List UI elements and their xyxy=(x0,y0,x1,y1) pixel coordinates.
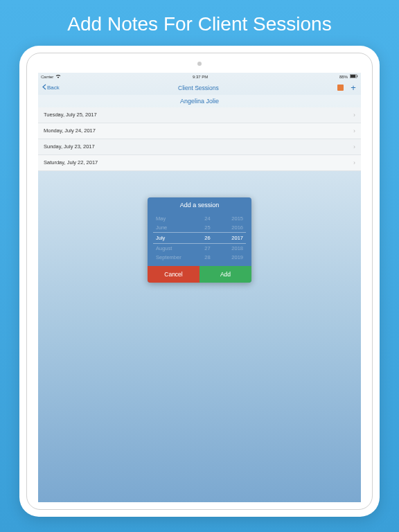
cancel-button[interactable]: Cancel xyxy=(148,266,200,283)
nav-bar: Back Client Sessions + xyxy=(38,81,361,95)
nav-title: Client Sessions xyxy=(178,85,219,91)
battery-label: 88% xyxy=(339,75,348,79)
tablet-bezel: Carrier 9:37 PM 88% xyxy=(26,53,373,510)
picker-row[interactable]: May 24 2015 xyxy=(153,214,246,223)
session-row[interactable]: Tuesday, July 25, 2017 › xyxy=(38,107,361,123)
svg-rect-2 xyxy=(357,76,357,77)
client-name: Angelina Jolie xyxy=(38,95,361,107)
add-confirm-button[interactable]: Add xyxy=(200,266,251,283)
modal-title: Add a session xyxy=(148,197,251,213)
chevron-right-icon: › xyxy=(353,112,355,118)
picker-row[interactable]: September 28 2019 xyxy=(153,253,246,262)
session-row[interactable]: Monday, July 24, 2017 › xyxy=(38,123,361,139)
picker-year: 2019 xyxy=(221,254,243,260)
picker-month: May xyxy=(156,215,194,222)
session-date: Monday, July 24, 2017 xyxy=(44,127,96,134)
picker-row[interactable]: August 27 2018 xyxy=(153,244,246,253)
app-screen: Carrier 9:37 PM 88% xyxy=(38,73,361,502)
battery-icon xyxy=(350,74,358,79)
tablet-frame: Carrier 9:37 PM 88% xyxy=(19,46,380,517)
promo-title: Add Notes For Client Sessions xyxy=(0,0,399,46)
contact-icon xyxy=(337,85,344,91)
picker-day: 26 xyxy=(200,235,216,241)
status-time: 9:37 PM xyxy=(193,75,208,79)
session-row[interactable]: Saturday, July 22, 2017 › xyxy=(38,155,361,171)
add-button[interactable]: + xyxy=(350,85,357,91)
picker-month: July xyxy=(156,235,194,241)
picker-year: 2017 xyxy=(221,235,243,241)
add-session-modal: Add a session May 24 2015 June 25 2016 J… xyxy=(148,197,251,283)
picker-row-selected[interactable]: July 26 2017 xyxy=(153,232,246,244)
carrier-label: Carrier xyxy=(41,75,53,79)
picker-day: 27 xyxy=(200,245,216,251)
wifi-icon xyxy=(55,74,61,79)
picker-row[interactable]: June 25 2016 xyxy=(153,223,246,232)
chevron-right-icon: › xyxy=(353,127,355,134)
session-date: Saturday, July 22, 2017 xyxy=(44,159,98,166)
svg-rect-1 xyxy=(351,75,356,78)
session-date: Sunday, July 23, 2017 xyxy=(44,143,95,150)
tablet-camera xyxy=(197,62,202,66)
chevron-right-icon: › xyxy=(353,159,355,166)
picker-day: 25 xyxy=(200,224,216,231)
picker-year: 2018 xyxy=(221,245,243,251)
contact-button[interactable] xyxy=(337,85,344,91)
status-left: Carrier xyxy=(41,74,61,79)
picker-year: 2015 xyxy=(221,215,243,222)
picker-day: 28 xyxy=(200,254,216,260)
session-list: Tuesday, July 25, 2017 › Monday, July 24… xyxy=(38,107,361,171)
picker-day: 24 xyxy=(200,215,216,222)
chevron-right-icon: › xyxy=(353,143,355,150)
session-date: Tuesday, July 25, 2017 xyxy=(44,112,97,118)
session-row[interactable]: Sunday, July 23, 2017 › xyxy=(38,139,361,155)
picker-month: August xyxy=(156,245,194,251)
back-button[interactable]: Back xyxy=(42,84,60,91)
chevron-left-icon xyxy=(42,84,46,91)
modal-buttons: Cancel Add xyxy=(148,266,251,283)
nav-actions: + xyxy=(337,85,357,91)
picker-month: September xyxy=(156,254,194,260)
picker-month: June xyxy=(156,224,194,231)
date-picker[interactable]: May 24 2015 June 25 2016 July 26 2017 xyxy=(148,213,251,266)
picker-year: 2016 xyxy=(221,224,243,231)
status-bar: Carrier 9:37 PM 88% xyxy=(38,73,361,81)
status-right: 88% xyxy=(339,74,358,79)
back-label: Back xyxy=(47,85,60,91)
